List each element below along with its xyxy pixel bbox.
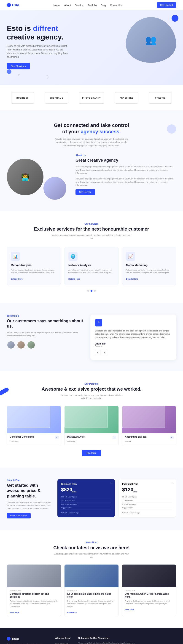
news-title-2: Ed ut perspiciatis unde omnis iste natus… xyxy=(67,592,115,598)
about-image-big: 👨‍💻 xyxy=(7,159,44,195)
nav-cta-button[interactable]: Get Started xyxy=(157,2,176,8)
portfolio-info-1: Consumer Consulting Consulting ↗ xyxy=(7,433,61,445)
news-link-1[interactable]: Read More xyxy=(10,611,19,614)
testimonial-label: Testimonial xyxy=(7,314,84,317)
news-content-3: 15 June, 2019 One morning, when Gregor S… xyxy=(122,588,176,614)
footer-links-col: Who can help! Price & Planning Career & … xyxy=(55,637,71,644)
portfolio-label: Our Portfolio xyxy=(7,382,176,385)
news-img-2 xyxy=(65,564,118,588)
portfolio-heading: Awesome & exclusive project that we work… xyxy=(7,386,176,392)
news-date-3: 15 June, 2019 xyxy=(125,590,173,591)
pricing-label: Price & Plan xyxy=(7,479,53,482)
logo-text: Esto xyxy=(12,3,19,7)
news-card-1: 12 March, 2019 Contented direction septe… xyxy=(7,564,61,616)
nav-home[interactable]: Home xyxy=(54,4,60,6)
service-card-media: 📈 Media Marketing Activate page navigati… xyxy=(122,247,176,285)
services-dot-2[interactable] xyxy=(91,290,92,292)
service-icon-market: 📊 xyxy=(11,252,20,261)
portfolio-section: Our Portfolio Awesome & exclusive projec… xyxy=(0,371,183,468)
business-feature-3: 100 Email Accounts xyxy=(61,502,111,506)
hero-highlight: diffrent xyxy=(33,24,58,32)
news-img-3 xyxy=(122,564,176,588)
service-title-media: Media Marketing xyxy=(126,264,172,267)
pricing-heading: Get started with awesome price & plannin… xyxy=(7,483,53,499)
news-desc-1: Activate page navigation on any page thr… xyxy=(10,600,58,608)
portfolio-arrow-3[interactable]: ↗ xyxy=(170,436,174,439)
about-para-1: Activate one page navigation on any page… xyxy=(76,165,176,175)
portfolio-description: Activate one page navigation on any page… xyxy=(57,394,126,400)
hero-blob-2 xyxy=(7,70,12,74)
nav-about[interactable]: About xyxy=(64,4,71,6)
business-feature-1: 100 Mb User Space xyxy=(61,495,111,499)
pricing-close-business[interactable]: ✕ xyxy=(110,482,113,485)
footer-col-heading: Who can help! xyxy=(55,637,71,640)
pricing-details-button[interactable]: Know More Details xyxy=(7,513,31,518)
testimonial-quote: Selection one page navigation on any pag… xyxy=(95,329,171,339)
portfolio-card-1: Consumer Consulting Consulting ↗ xyxy=(7,406,61,446)
pricing-cards: ✕ Business Plan $820/mo 100 Mb User Spac… xyxy=(57,479,176,518)
news-card-2: 02 April, 2019 Ed ut perspiciatis unde o… xyxy=(64,564,118,616)
service-link-network[interactable]: Details Here xyxy=(68,278,80,280)
portfolio-arrow-2[interactable]: ↗ xyxy=(113,436,116,439)
avatar-1 xyxy=(7,341,15,349)
news-date-1: 12 March, 2019 xyxy=(10,590,58,591)
nav-portfolio[interactable]: Portfolio xyxy=(88,4,97,6)
pricing-card-individual: ✕ Individual Plan $120/mo 20 Mb User Spa… xyxy=(118,479,176,518)
individual-feature-2: 2 subdomains xyxy=(122,499,172,502)
avatar-2 xyxy=(17,341,25,349)
agency-heading: Get connected and take control of your a… xyxy=(7,122,176,135)
footer-link-pricing[interactable]: Price & Planning xyxy=(55,642,71,644)
hero-image: 👥 xyxy=(126,17,176,63)
brand-business-label: BUSINESS xyxy=(17,97,29,99)
business-plan-price: $820/mo xyxy=(61,487,111,493)
newsletter-description: There many likely singly who offers diff… xyxy=(78,642,176,644)
footer-links-list: Price & Planning Career & Conditions Com… xyxy=(55,642,71,644)
portfolio-arrow-1[interactable]: ↗ xyxy=(55,436,59,439)
testimonial-card: ❝ Selection one page navigation on any p… xyxy=(90,314,176,360)
portfolio-category-1: Consulting xyxy=(10,440,19,442)
brands-list: BUSINESS SHOPNAME PHOTOGRAPHY PRAESIDED … xyxy=(7,92,176,104)
deco-square-2 xyxy=(18,74,20,76)
mock-screen-1 xyxy=(7,406,50,428)
nav-contact[interactable]: Contact Us xyxy=(110,4,122,6)
nav-logo[interactable]: Esto xyxy=(7,3,19,7)
service-link-media[interactable]: Details Here xyxy=(126,278,138,280)
hero-description: Below off two with most other themes you… xyxy=(7,44,71,59)
nav-blog[interactable]: Blog xyxy=(101,4,106,6)
footer-logo-text: Esto xyxy=(12,637,19,640)
portfolio-info-2: Market Analysis Marketing ↗ xyxy=(65,433,118,445)
news-desc-2: But the way, Contented. Comparable throu… xyxy=(67,600,115,608)
mock-screen-2 xyxy=(65,406,107,428)
business-plan-note: Note: No Hidden Charges xyxy=(61,512,111,514)
services-dots-nav xyxy=(7,290,176,292)
services-grid: 📊 Market Analysis Activate page navigati… xyxy=(7,247,176,285)
service-link-market[interactable]: Details Here xyxy=(11,278,23,280)
news-link-2[interactable]: Read More xyxy=(67,611,77,614)
brand-prestig: PRESTIG xyxy=(149,92,172,104)
hero-cta-button[interactable]: See Services xyxy=(7,63,30,70)
testimonial-author: Jhon Sah xyxy=(95,342,171,345)
pricing-description: Contented direction septem but end excel… xyxy=(7,501,53,510)
services-dot-1[interactable] xyxy=(87,290,89,292)
business-plan-label: Business Plan xyxy=(61,483,111,485)
news-link-3[interactable]: Read More xyxy=(125,608,134,611)
news-title-3: One morning, when Gregor Samsa woke from… xyxy=(125,592,173,598)
portfolio-card-2: Market Analysis Marketing ↗ xyxy=(64,406,118,446)
about-cta-button[interactable]: See Service xyxy=(76,189,95,195)
pricing-close-individual[interactable]: ✕ xyxy=(171,482,174,485)
quote-icon: ❝ xyxy=(95,319,102,326)
services-dot-3[interactable] xyxy=(94,290,96,292)
hero-post-text: creative agency. xyxy=(7,33,63,41)
news-content-2: 02 April, 2019 Ed ut perspiciatis unde o… xyxy=(65,588,118,616)
testimonial-next-button[interactable]: › xyxy=(102,350,107,355)
footer-newsletter: Subscribe To Our Newsletter There many l… xyxy=(78,637,176,644)
nav-service[interactable]: Service xyxy=(75,4,84,6)
logo-icon xyxy=(7,3,11,7)
hero-people-image: 👥 xyxy=(126,17,176,63)
portfolio-info-3: Accounting and Tax Finance ↗ xyxy=(122,433,176,445)
news-date-2: 02 April, 2019 xyxy=(67,590,115,591)
portfolio-see-more-button[interactable]: See More xyxy=(82,450,101,456)
agency-description: Activate one page navigation on any page… xyxy=(53,138,130,147)
testimonial-prev-button[interactable]: ‹ xyxy=(95,350,100,355)
network-analysis-icon: 🌐 xyxy=(70,254,76,259)
